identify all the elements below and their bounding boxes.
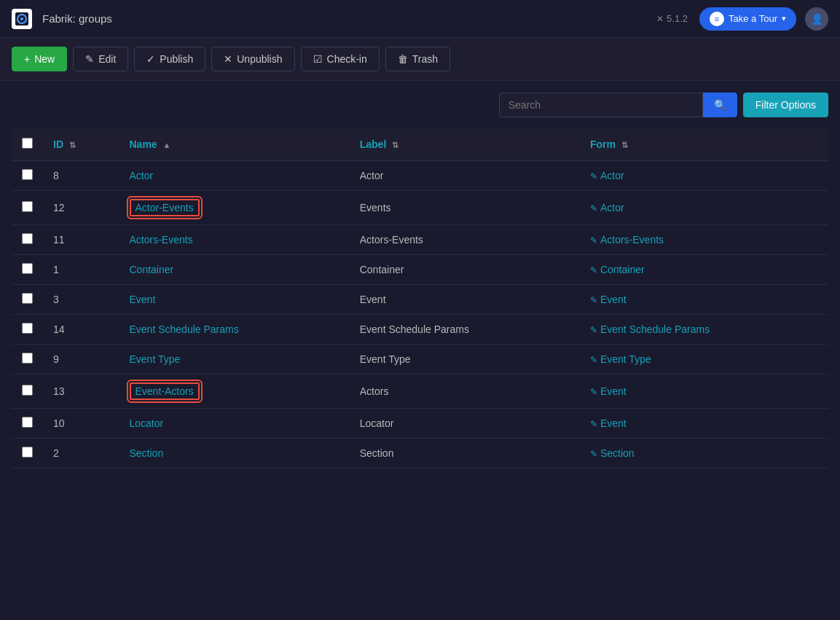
row-name-link[interactable]: Section xyxy=(130,447,164,459)
row-id: 13 xyxy=(43,374,119,409)
col-header-name[interactable]: Name ▲ xyxy=(119,129,350,160)
table-row: 10LocatorLocator✎Event xyxy=(12,409,828,439)
row-form-link[interactable]: Event xyxy=(600,385,627,397)
row-checkbox[interactable] xyxy=(22,293,33,304)
edit-form-icon: ✎ xyxy=(590,419,597,429)
row-form-link[interactable]: Event xyxy=(600,417,627,429)
row-checkbox[interactable] xyxy=(22,169,33,180)
edit-form-icon: ✎ xyxy=(590,449,597,459)
table-row: 9Event TypeEvent Type✎Event Type xyxy=(12,345,828,374)
row-checkbox[interactable] xyxy=(22,233,33,244)
table-row: 11Actors-EventsActors-Events✎Actors-Even… xyxy=(12,225,828,255)
edit-icon: ✎ xyxy=(85,53,94,65)
check-icon: ✓ xyxy=(146,53,155,65)
filter-options-button[interactable]: Filter Options xyxy=(743,93,828,117)
unpublish-button[interactable]: ✕ Unpublish xyxy=(211,47,294,71)
row-form: ✎Event Type xyxy=(580,345,828,374)
search-input[interactable] xyxy=(499,93,703,117)
publish-button[interactable]: ✓ Publish xyxy=(134,47,205,71)
row-checkbox[interactable] xyxy=(22,447,33,458)
row-name-link[interactable]: Locator xyxy=(130,417,164,429)
searchbar: 🔍 Filter Options xyxy=(0,81,840,123)
edit-form-icon: ✎ xyxy=(590,387,597,397)
edit-form-icon: ✎ xyxy=(590,265,597,275)
row-id: 1 xyxy=(43,255,119,285)
row-name-link[interactable]: Event Schedule Params xyxy=(130,323,239,335)
groups-table: ID ⇅ Name ▲ Label ⇅ Form ⇅ 8ActorActor✎A… xyxy=(12,129,828,468)
version-badge: ✕ 5.1.2 xyxy=(656,13,688,24)
row-name: Event Schedule Params xyxy=(119,315,350,345)
avatar[interactable]: 👤 xyxy=(805,7,828,31)
select-all-header[interactable] xyxy=(12,129,43,160)
toolbar: + New ✎ Edit ✓ Publish ✕ Unpublish ☑ Che… xyxy=(0,38,840,81)
edit-form-icon: ✎ xyxy=(590,235,597,246)
row-form: ✎Container xyxy=(580,255,828,285)
row-name: Event Type xyxy=(119,345,350,374)
sort-icon-id: ⇅ xyxy=(69,141,76,150)
sort-icon-label: ⇅ xyxy=(392,141,399,150)
trash-button[interactable]: 🗑 Trash xyxy=(385,47,450,71)
row-label: Container xyxy=(350,255,580,285)
row-name-link[interactable]: Container xyxy=(130,264,174,275)
x-icon: ✕ xyxy=(224,53,232,65)
sort-icon-name: ▲ xyxy=(163,141,171,149)
col-header-label[interactable]: Label ⇅ xyxy=(350,129,580,160)
col-header-form[interactable]: Form ⇅ xyxy=(580,129,828,160)
row-label: Locator xyxy=(350,409,580,439)
row-name: Container xyxy=(119,255,350,285)
row-label: Actors-Events xyxy=(350,225,580,255)
table-row: 12Actor-EventsEvents✎Actor xyxy=(12,191,828,225)
row-id: 9 xyxy=(43,345,119,374)
edit-form-icon: ✎ xyxy=(590,355,597,365)
row-form-link[interactable]: Actor xyxy=(600,170,624,181)
plus-icon: + xyxy=(24,53,30,65)
row-checkbox-cell xyxy=(12,439,43,468)
row-id: 12 xyxy=(43,191,119,225)
new-button[interactable]: + New xyxy=(12,47,67,71)
row-label: Section xyxy=(350,439,580,468)
row-form-link[interactable]: Event Schedule Params xyxy=(600,323,710,335)
row-name-link[interactable]: Event xyxy=(130,294,156,305)
row-name: Section xyxy=(119,439,350,468)
row-form-link[interactable]: Section xyxy=(600,447,635,459)
row-checkbox[interactable] xyxy=(22,353,33,364)
edit-form-icon: ✎ xyxy=(590,171,597,181)
data-table-wrap: ID ⇅ Name ▲ Label ⇅ Form ⇅ 8ActorActor✎A… xyxy=(0,123,840,480)
chevron-down-icon: ▾ xyxy=(782,14,786,23)
row-name-link[interactable]: Actor xyxy=(130,170,154,181)
row-form-link[interactable]: Event Type xyxy=(600,353,651,365)
row-checkbox[interactable] xyxy=(22,385,33,396)
row-label: Event xyxy=(350,285,580,315)
app-logo xyxy=(12,9,32,29)
row-checkbox[interactable] xyxy=(22,323,33,334)
row-name-link[interactable]: Event-Actors xyxy=(130,382,200,400)
row-name-link[interactable]: Actor-Events xyxy=(130,199,200,216)
row-form: ✎Event Schedule Params xyxy=(580,315,828,345)
row-name-link[interactable]: Event Type xyxy=(130,353,181,365)
row-form-link[interactable]: Event xyxy=(600,294,627,305)
row-checkbox[interactable] xyxy=(22,201,33,212)
row-form: ✎Actors-Events xyxy=(580,225,828,255)
edit-form-icon: ✎ xyxy=(590,295,597,305)
row-form-link[interactable]: Container xyxy=(600,264,645,275)
topbar: Fabrik: groups ✕ 5.1.2 ≡ Take a Tour ▾ 👤 xyxy=(0,0,840,38)
row-form: ✎Event xyxy=(580,285,828,315)
take-tour-button[interactable]: ≡ Take a Tour ▾ xyxy=(699,7,796,31)
search-button[interactable]: 🔍 xyxy=(703,93,737,117)
row-checkbox-cell xyxy=(12,285,43,315)
row-checkbox-cell xyxy=(12,160,43,191)
table-row: 14Event Schedule ParamsEvent Schedule Pa… xyxy=(12,315,828,345)
row-name-link[interactable]: Actors-Events xyxy=(130,234,193,246)
row-checkbox[interactable] xyxy=(22,263,33,274)
row-label: Events xyxy=(350,191,580,225)
row-checkbox[interactable] xyxy=(22,417,33,428)
col-header-id[interactable]: ID ⇅ xyxy=(43,129,119,160)
select-all-checkbox[interactable] xyxy=(22,138,33,149)
edit-button[interactable]: ✎ Edit xyxy=(73,47,128,71)
checkin-button[interactable]: ☑ Check-in xyxy=(301,47,380,71)
row-form-link[interactable]: Actor xyxy=(600,202,624,213)
table-row: 3EventEvent✎Event xyxy=(12,285,828,315)
tour-icon: ≡ xyxy=(710,12,724,26)
row-name: Actors-Events xyxy=(119,225,350,255)
row-form-link[interactable]: Actors-Events xyxy=(600,234,664,246)
